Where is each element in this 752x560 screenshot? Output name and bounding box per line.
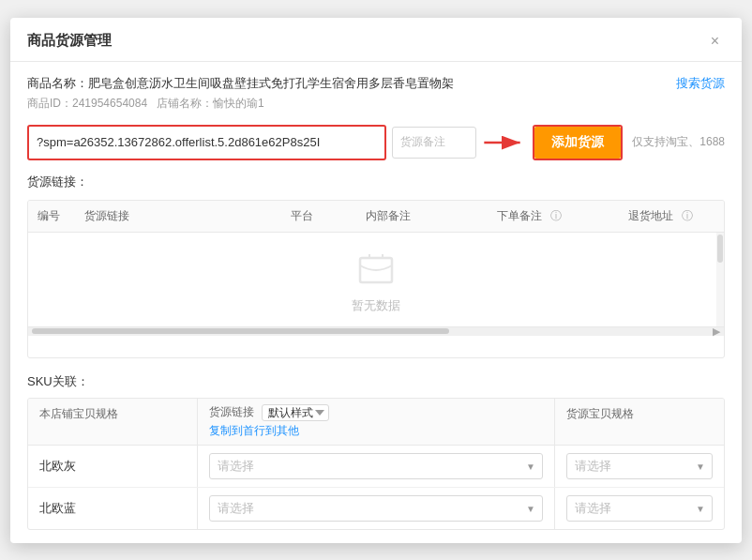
product-id-label: 商品ID： (27, 97, 72, 110)
sku-body: 北欧灰 请选择 ▼ (28, 446, 724, 529)
dialog-title: 商品货源管理 (27, 32, 112, 50)
dialog-header: 商品货源管理 × (10, 18, 742, 62)
note-label: 货源备注 (392, 127, 476, 159)
product-info-left: 商品名称：肥皂盒创意沥水卫生间吸盘壁挂式免打孔学生宿舍用多层香皂置物架 商品ID… (27, 75, 667, 112)
close-button[interactable]: × (705, 31, 725, 52)
order-note-info-icon: ⓘ (550, 208, 562, 224)
dialog-body: 商品名称：肥皂盒创意沥水卫生间吸盘壁挂式免打孔学生宿舍用多层香皂置物架 商品ID… (10, 62, 742, 543)
return-addr-info-icon: ⓘ (682, 208, 693, 224)
sku-select-wrap-left-1: 请选择 ▼ (209, 495, 543, 522)
table-scrollbar-h[interactable]: ▶ (28, 326, 724, 336)
copy-to-all-link[interactable]: 复制到首行到其他 (209, 423, 543, 439)
arrow-icon (476, 129, 533, 156)
sku-header-right: 货源宝贝规格 (555, 399, 724, 445)
sku-select-right-0[interactable]: 请选择 (566, 453, 713, 479)
empty-text: 暂无数据 (352, 297, 400, 314)
product-info-row: 商品名称：肥皂盒创意沥水卫生间吸盘壁挂式免打孔学生宿舍用多层香皂置物架 商品ID… (27, 75, 725, 112)
product-shop-label: 店铺名称： (157, 97, 213, 110)
sku-row: 北欧灰 请选择 ▼ (28, 446, 724, 488)
source-link-label: 货源链接： (27, 174, 725, 190)
product-shop-value: 愉快的瑜1 (213, 97, 264, 110)
sku-header-top: 货源链接 默认样式 (209, 404, 543, 421)
source-url-input[interactable] (29, 127, 384, 159)
sku-select-wrap-left-0: 请选择 ▼ (209, 453, 543, 479)
sku-name-1: 北欧蓝 (28, 488, 197, 529)
sku-link-label: 货源链接 (209, 404, 254, 420)
product-name-value: 肥皂盒创意沥水卫生间吸盘壁挂式免打孔学生宿舍用多层香皂置物架 (88, 76, 454, 90)
product-id-value: 241954654084 (72, 97, 147, 110)
sku-label: SKU关联： (27, 373, 725, 390)
product-name-label: 商品名称： (27, 76, 88, 90)
table-col-link: 货源链接 (75, 201, 281, 232)
sku-right-0: 请选择 ▼ (555, 446, 724, 487)
add-source-button[interactable]: 添加货源 (534, 127, 621, 159)
product-meta: 商品ID：241954654084 店铺名称：愉快的瑜1 (27, 96, 667, 112)
table-col-order-note: 下单备注 ⓘ (488, 201, 619, 232)
add-source-row: 货源备注 添加货源 仅支持淘宝、1688 (27, 125, 725, 160)
scrollbar-h-thumb (32, 328, 449, 334)
sku-table: 本店铺宝贝规格 货源链接 默认样式 复制到首行到其他 货源宝贝规格 (27, 398, 725, 530)
sku-middle-0: 请选择 ▼ (197, 446, 555, 487)
hint-text: 仅支持淘宝、1688 (632, 134, 725, 150)
scroll-right-icon: ▶ (713, 325, 720, 338)
sku-middle-1: 请选择 ▼ (197, 488, 555, 529)
table-body: 暂无数据 (28, 233, 724, 326)
sku-row: 北欧蓝 请选择 ▼ (28, 488, 724, 529)
source-input-wrap (27, 125, 386, 160)
search-source-link[interactable]: 搜索货源 (676, 75, 725, 92)
empty-icon (353, 245, 399, 292)
sku-header-middle: 货源链接 默认样式 复制到首行到其他 (197, 399, 555, 445)
sku-select-wrap-right-0: 请选择 ▼ (566, 453, 713, 479)
sku-select-wrap-right-1: 请选择 ▼ (566, 495, 713, 522)
table-col-platform: 平台 (281, 201, 356, 232)
product-name: 商品名称：肥皂盒创意沥水卫生间吸盘壁挂式免打孔学生宿舍用多层香皂置物架 (27, 75, 667, 92)
table-col-no: 编号 (28, 201, 75, 232)
table-header: 编号 货源链接 平台 内部备注 下单备注 ⓘ 退货地址 ⓘ (28, 201, 724, 233)
source-table: 编号 货源链接 平台 内部备注 下单备注 ⓘ 退货地址 ⓘ (27, 200, 725, 358)
sku-right-1: 请选择 ▼ (555, 488, 724, 529)
sku-select-right-1[interactable]: 请选择 (566, 495, 713, 522)
table-scrollbar-v[interactable] (716, 233, 724, 326)
table-col-return-addr: 退货地址 ⓘ (619, 201, 725, 232)
scrollbar-v-thumb (717, 235, 723, 263)
sku-select-left-1[interactable]: 请选择 (209, 495, 543, 522)
sku-name-0: 北欧灰 (28, 446, 197, 487)
sku-table-header: 本店铺宝贝规格 货源链接 默认样式 复制到首行到其他 货源宝贝规格 (28, 399, 724, 446)
sku-section: SKU关联： 本店铺宝贝规格 货源链接 默认样式 复制到首行到其他 (27, 373, 725, 530)
sku-header-left: 本店铺宝贝规格 (28, 399, 197, 445)
table-col-note: 内部备注 (356, 201, 488, 232)
add-source-btn-wrap: 添加货源 (533, 125, 623, 160)
dialog-main: 商品货源管理 × 商品名称：肥皂盒创意沥水卫生间吸盘壁挂式免打孔学生宿舍用多层香… (10, 18, 742, 543)
sku-style-select[interactable]: 默认样式 (262, 404, 329, 421)
sku-select-left-0[interactable]: 请选择 (209, 453, 543, 479)
